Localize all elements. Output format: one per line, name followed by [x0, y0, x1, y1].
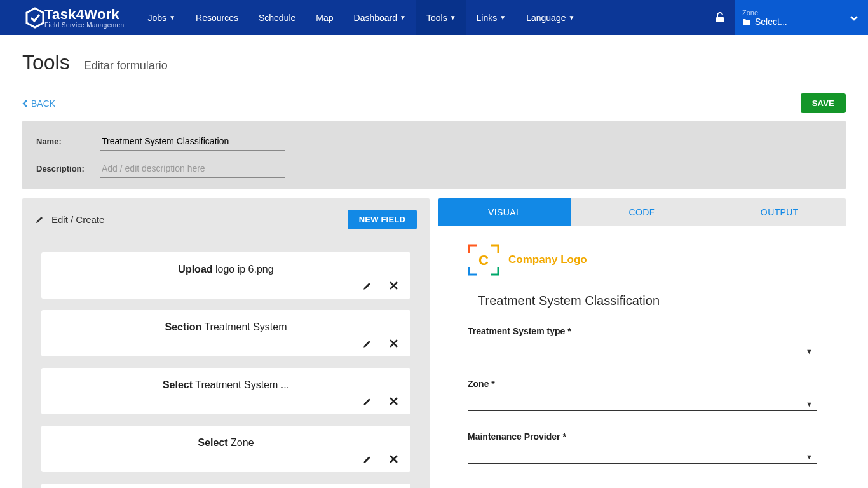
field-card-title: Select Treatment System ...: [54, 379, 398, 391]
editor-panel: Edit / Create NEW FIELD Upload logo ip 6…: [22, 198, 430, 488]
dropdown-icon: ▼: [806, 453, 813, 461]
brand-name: Task4Work: [44, 6, 126, 23]
preview-field: Maintenance Provider *▼: [468, 431, 817, 464]
preview-panel: VISUAL CODE OUTPUT C Company: [438, 198, 846, 488]
nav-tools[interactable]: Tools ▼: [416, 0, 466, 35]
field-card[interactable]: Select Maintenance Provider: [41, 484, 410, 488]
company-logo: C Company Logo: [468, 244, 817, 276]
name-input[interactable]: [100, 132, 285, 151]
edit-icon[interactable]: [362, 397, 372, 407]
nav-dashboard[interactable]: Dashboard▼: [344, 0, 416, 35]
nav-jobs[interactable]: Jobs▼: [138, 0, 186, 35]
caret-down-icon: ▼: [450, 15, 456, 21]
svg-text:C: C: [478, 252, 489, 268]
caret-down-icon: ▼: [499, 15, 506, 21]
preview-select[interactable]: ▼: [468, 400, 817, 411]
preview-field: Treatment System type *▼: [468, 326, 817, 358]
preview-field: Zone *▼: [468, 379, 817, 411]
primary-nav: Jobs▼ Resources Schedule Map Dashboard▼ …: [138, 0, 585, 35]
form-meta-panel: Name: Description:: [22, 121, 846, 189]
field-card[interactable]: Section Treatment System: [41, 310, 410, 356]
edit-icon[interactable]: [362, 455, 372, 464]
tab-output[interactable]: OUTPUT: [714, 198, 846, 226]
page-header: Tools Editar formulario: [22, 51, 846, 74]
chevron-left-icon: [22, 100, 29, 107]
field-card[interactable]: Select Zone: [41, 426, 410, 472]
tab-visual[interactable]: VISUAL: [438, 198, 571, 226]
edit-icon[interactable]: [362, 281, 372, 291]
dropdown-icon: ▼: [806, 348, 813, 355]
description-input[interactable]: [100, 159, 285, 178]
top-nav: Task4Work Field Service Management Jobs▼…: [0, 0, 868, 35]
new-field-button[interactable]: NEW FIELD: [348, 210, 417, 229]
preview-field-label: Treatment System type *: [468, 326, 571, 336]
nav-map[interactable]: Map: [306, 0, 343, 35]
field-card-title: Upload logo ip 6.png: [54, 264, 398, 275]
nav-links[interactable]: Links ▼: [466, 0, 517, 35]
field-card[interactable]: Upload logo ip 6.png: [41, 252, 410, 299]
preview-field-label: Zone *: [468, 379, 495, 389]
dropdown-icon: ▼: [806, 400, 813, 408]
preview-select[interactable]: ▼: [468, 348, 817, 358]
zone-label: Zone: [742, 9, 843, 17]
brand-icon: [25, 7, 44, 29]
field-card-title: Select Zone: [54, 437, 398, 449]
unlock-icon[interactable]: [705, 0, 735, 35]
delete-icon[interactable]: [390, 455, 398, 464]
zone-value: Select...: [755, 17, 787, 27]
preview-select[interactable]: ▼: [468, 453, 817, 464]
preview-field-label: Maintenance Provider *: [468, 431, 566, 442]
preview-tabs: VISUAL CODE OUTPUT: [438, 198, 846, 226]
editor-title: Edit / Create: [51, 214, 104, 225]
svg-rect-1: [716, 17, 724, 22]
caret-down-icon: ▼: [568, 15, 574, 21]
delete-icon[interactable]: [390, 339, 398, 349]
description-label: Description:: [36, 164, 84, 173]
pencil-icon: [35, 215, 44, 224]
back-link[interactable]: BACK: [22, 98, 55, 109]
page-title: Tools: [22, 51, 70, 74]
save-button[interactable]: SAVE: [801, 93, 846, 113]
caret-down-icon: ▼: [169, 15, 175, 21]
page-subtitle: Editar formulario: [84, 59, 168, 72]
nav-schedule[interactable]: Schedule: [248, 0, 306, 35]
company-logo-icon: C: [468, 244, 499, 276]
nav-resources[interactable]: Resources: [186, 0, 248, 35]
zone-selector[interactable]: Zone Select...: [735, 0, 868, 35]
brand[interactable]: Task4Work Field Service Management: [0, 0, 138, 35]
field-card-title: Section Treatment System: [54, 322, 398, 333]
field-list: Upload logo ip 6.pngSection Treatment Sy…: [22, 241, 430, 488]
name-label: Name:: [36, 137, 84, 146]
field-card[interactable]: Select Treatment System ...: [41, 368, 410, 414]
folder-icon: [742, 18, 751, 25]
delete-icon[interactable]: [390, 281, 398, 291]
nav-language[interactable]: Language ▼: [516, 0, 585, 35]
caret-down-icon: ▼: [400, 15, 406, 21]
delete-icon[interactable]: [390, 397, 398, 407]
edit-icon[interactable]: [362, 339, 372, 349]
chevron-down-icon: [848, 11, 860, 24]
svg-marker-0: [27, 8, 43, 27]
preview-heading: Treatment System Classification: [478, 294, 817, 308]
brand-tagline: Field Service Management: [44, 22, 126, 29]
company-logo-text: Company Logo: [508, 254, 587, 266]
tab-code[interactable]: CODE: [576, 198, 708, 226]
